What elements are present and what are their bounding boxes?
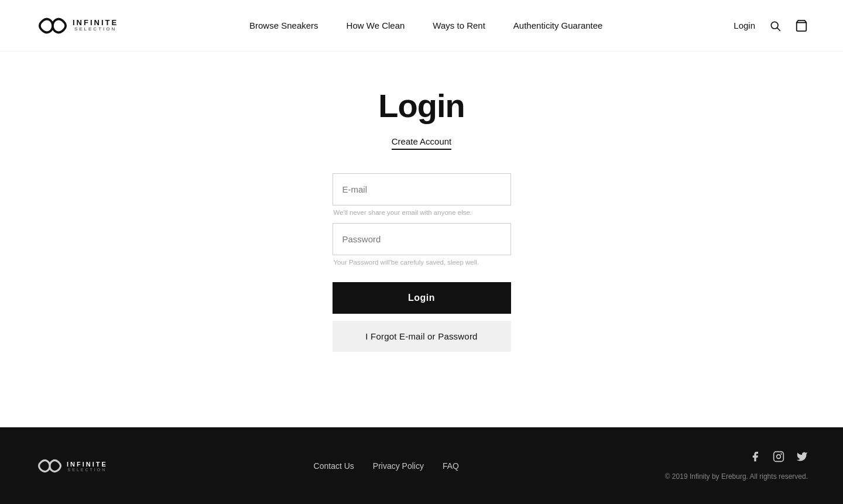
forgot-button[interactable]: I Forgot E-mail or Password	[333, 321, 511, 352]
site-footer: INFINITE SELECTION Contact Us Privacy Po…	[0, 427, 843, 504]
footer-contact-us[interactable]: Contact Us	[314, 461, 354, 471]
social-icons	[749, 451, 808, 465]
search-button[interactable]	[769, 20, 781, 32]
logo-brand-sub: SELECTION	[73, 27, 118, 32]
email-group: We'll never share your email with anyone…	[333, 173, 511, 216]
footer-faq[interactable]: FAQ	[443, 461, 459, 471]
svg-line-1	[777, 28, 780, 30]
site-header: INFINITE SELECTION Browse Sneakers How W…	[0, 0, 843, 52]
login-form: We'll never share your email with anyone…	[333, 173, 511, 352]
nav-authenticity-guarantee[interactable]: Authenticity Guarantee	[513, 20, 603, 30]
footer-right: © 2019 Infinity by Ereburg. All rights r…	[665, 451, 808, 481]
password-hint: Your Password will'be carefuly saved, sl…	[333, 259, 511, 266]
search-icon	[769, 20, 781, 32]
svg-rect-3	[774, 452, 784, 462]
svg-point-4	[777, 455, 781, 459]
password-input[interactable]	[333, 223, 511, 255]
twitter-icon[interactable]	[796, 451, 808, 465]
footer-logo-infinity-icon	[35, 451, 64, 481]
cart-icon	[795, 19, 808, 32]
email-hint: We'll never share your email with anyone…	[333, 209, 511, 216]
facebook-icon[interactable]	[749, 451, 761, 465]
page-title: Login	[378, 87, 464, 125]
footer-brand-name: INFINITE	[67, 461, 108, 468]
footer-logo: INFINITE SELECTION	[35, 451, 108, 481]
logo-infinity-icon	[35, 8, 70, 43]
login-link[interactable]: Login	[734, 20, 755, 30]
email-input[interactable]	[333, 173, 511, 205]
main-nav: Browse Sneakers How We Clean Ways to Ren…	[249, 20, 602, 30]
nav-how-we-clean[interactable]: How We Clean	[347, 20, 405, 30]
cart-button[interactable]	[795, 19, 808, 32]
footer-privacy-policy[interactable]: Privacy Policy	[373, 461, 424, 471]
instagram-icon[interactable]	[773, 451, 784, 465]
footer-nav: Contact Us Privacy Policy FAQ	[314, 461, 459, 471]
logo[interactable]: INFINITE SELECTION	[35, 8, 118, 43]
password-group: Your Password will'be carefuly saved, sl…	[333, 223, 511, 266]
header-actions: Login	[734, 19, 808, 32]
svg-point-5	[781, 454, 782, 454]
nav-ways-to-rent[interactable]: Ways to Rent	[433, 20, 485, 30]
copyright-text: © 2019 Infinity by Ereburg. All rights r…	[665, 472, 808, 481]
footer-brand-sub: SELECTION	[67, 468, 108, 472]
create-account-link[interactable]: Create Account	[392, 136, 452, 150]
main-content: Login Create Account We'll never share y…	[0, 52, 843, 427]
nav-browse-sneakers[interactable]: Browse Sneakers	[249, 20, 318, 30]
login-button[interactable]: Login	[333, 282, 511, 314]
logo-brand-name: INFINITE	[73, 19, 118, 27]
